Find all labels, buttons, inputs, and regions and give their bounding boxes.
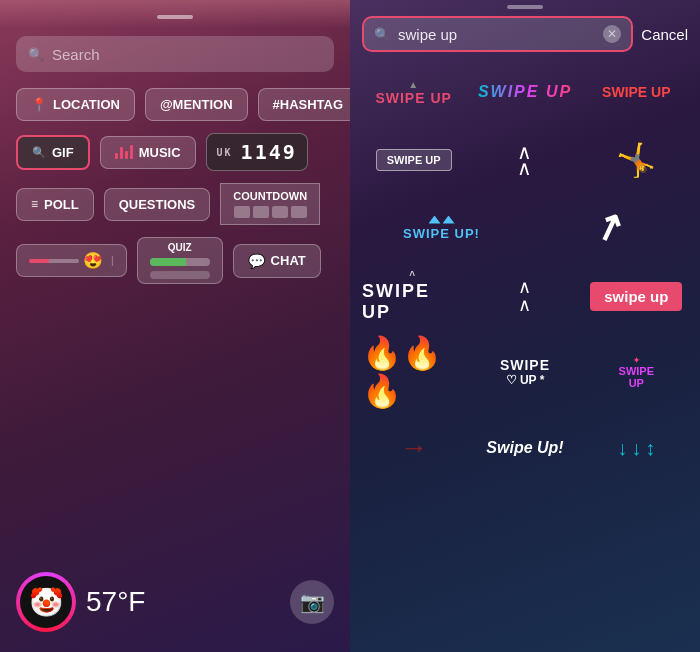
countdown-sticker[interactable]: COUNTDOWN: [220, 183, 320, 225]
time-sticker[interactable]: UK 1149: [206, 133, 308, 171]
quiz-bar-1: [150, 258, 210, 266]
swipe-up-pink-sticker[interactable]: ▲ SWIPE UP: [375, 79, 451, 106]
sticker-row-2: 🔍 GIF MUSIC UK 1149: [16, 133, 334, 171]
avatar-sticker[interactable]: 🤡: [16, 572, 76, 632]
location-dot-icon: 📍: [31, 97, 47, 112]
gif-item-arrow-right: →: [362, 418, 465, 478]
arrow-curved-sticker[interactable]: ↗: [587, 203, 630, 253]
location-sticker[interactable]: 📍 LOCATION: [16, 88, 135, 121]
swipe-small-sticker[interactable]: ✦ SWIPE UP: [619, 356, 654, 389]
gif-row-5: 🔥🔥🔥 SWIPE ♡ UP * ✦ SWIPE UP: [362, 334, 688, 410]
right-top-bar: [350, 0, 700, 10]
poll-sticker[interactable]: ≡ POLL: [16, 188, 94, 221]
gif-item-swipe-blue: SWIPE UP!: [362, 198, 521, 258]
left-top-bar: [0, 0, 350, 28]
music-bars-icon: [115, 145, 133, 159]
gif-item-fire: 🔥🔥🔥: [362, 334, 465, 410]
gif-row-6: → Swipe Up! ↓ ↓ ↕: [362, 418, 688, 478]
mention-sticker[interactable]: @MENTION: [145, 88, 248, 121]
right-search-row: 🔍 swipe up ✕ Cancel: [350, 10, 700, 58]
right-search-bar[interactable]: 🔍 swipe up ✕: [362, 16, 633, 52]
figure-sticker[interactable]: 🤸: [616, 141, 656, 179]
swipe-blue-sticker[interactable]: SWIPE UP!: [403, 216, 480, 241]
gif-item-swipe-pink: ▲ SWIPE UP: [362, 62, 465, 122]
search-placeholder: Search: [52, 46, 100, 63]
swipe-red-bg-sticker[interactable]: swipe up: [590, 282, 682, 311]
left-search-bar[interactable]: 🔍 Search: [16, 36, 334, 72]
gif-item-swipe-cursive: Swipe Up!: [473, 418, 576, 478]
swipe-teal-sticker[interactable]: ↓ ↓ ↕: [617, 437, 655, 460]
cancel-button[interactable]: Cancel: [641, 26, 688, 43]
left-top-handle: [157, 15, 193, 19]
emoji-slider-bar: [29, 259, 79, 263]
gif-sticker[interactable]: 🔍 GIF: [16, 135, 90, 170]
gif-item-swipe-small: ✦ SWIPE UP: [585, 342, 688, 402]
sticker-grid: 📍 LOCATION @MENTION #HASHTAG 🔍 GIF: [0, 80, 350, 292]
gif-item-swipe-chevron: ∧ ∧: [473, 266, 576, 326]
questions-sticker[interactable]: QUESTIONS: [104, 188, 211, 221]
temperature-display: 57°F: [86, 586, 145, 618]
gif-row-4: ^ SWIPE UP ∧ ∧ swipe up: [362, 266, 688, 326]
time-unit: UK: [217, 147, 233, 158]
search-icon: 🔍: [28, 47, 44, 62]
swipe-large-sticker[interactable]: ^ SWIPE UP: [362, 270, 465, 323]
swipe-up-red-sticker[interactable]: SWIPE UP: [602, 84, 670, 100]
gif-results: ▲ SWIPE UP SWIPE UP SWIPE UP SWIPE UP ∧: [350, 58, 700, 650]
sticker-row-1: 📍 LOCATION @MENTION #HASHTAG: [16, 88, 334, 121]
clear-search-button[interactable]: ✕: [603, 25, 621, 43]
hashtag-sticker[interactable]: #HASHTAG: [258, 88, 350, 121]
swipe-up-gradient-sticker[interactable]: SWIPE UP: [478, 83, 572, 101]
arrow-right-sticker[interactable]: →: [400, 432, 428, 464]
gif-item-chevron: ∧ ∧: [473, 130, 576, 190]
chevron-sticker[interactable]: ∧ ∧: [517, 144, 532, 176]
gif-item-swipe-teal: ↓ ↓ ↕: [585, 418, 688, 478]
avatar-inner: 🤡: [20, 576, 72, 628]
gif-item-swipe-gradient: SWIPE UP: [473, 62, 576, 122]
right-panel: 🔍 swipe up ✕ Cancel ▲ SWIPE UP SWIPE UP …: [350, 0, 700, 652]
camera-button[interactable]: 📷: [290, 580, 334, 624]
sticker-row-4: 😍 | QUIZ 💬 CHAT: [16, 237, 334, 284]
gif-row-2: SWIPE UP ∧ ∧ 🤸: [362, 130, 688, 190]
right-search-value: swipe up: [398, 26, 457, 43]
gif-item-swipe-red: SWIPE UP: [585, 62, 688, 122]
poll-icon: ≡: [31, 197, 38, 211]
right-top-handle: [507, 5, 543, 9]
left-bottom: 🤡 57°F 📷: [16, 572, 334, 632]
gif-item-swipe-large: ^ SWIPE UP: [362, 266, 465, 326]
gif-item-arrow-curved: ↗: [529, 198, 688, 258]
countdown-squares: [234, 206, 307, 218]
chat-sticker[interactable]: 💬 CHAT: [233, 244, 321, 278]
search-bar-container: 🔍 Search: [0, 28, 350, 80]
quiz-bar-2: [150, 271, 210, 279]
gif-item-figure: 🤸: [585, 130, 688, 190]
fire-sticker[interactable]: 🔥🔥🔥: [362, 334, 465, 410]
sticker-row-3: ≡ POLL QUESTIONS COUNTDOWN: [16, 183, 334, 225]
chat-icon: 💬: [248, 253, 265, 269]
gif-row-3: SWIPE UP! ↗: [362, 198, 688, 258]
right-search-icon: 🔍: [374, 27, 390, 42]
line-icon: |: [111, 255, 114, 266]
gif-item-swipe-heart: SWIPE ♡ UP *: [473, 342, 576, 402]
avatar-emoji: 🤡: [29, 586, 64, 619]
emoji-icon: 😍: [83, 251, 103, 270]
camera-icon: 📷: [300, 590, 325, 614]
quiz-sticker[interactable]: QUIZ: [137, 237, 223, 284]
gif-item-swipe-box: SWIPE UP: [362, 130, 465, 190]
emoji-slider-sticker[interactable]: 😍 |: [16, 244, 127, 277]
gif-item-swipe-red-bg: swipe up: [585, 266, 688, 326]
music-sticker[interactable]: MUSIC: [100, 136, 196, 169]
left-panel: 🔍 Search 📍 LOCATION @MENTION #HASHTAG 🔍 …: [0, 0, 350, 652]
swipe-cursive-sticker[interactable]: Swipe Up!: [486, 439, 563, 457]
double-chevron-sticker[interactable]: ∧ ∧: [518, 278, 531, 314]
gif-row-1: ▲ SWIPE UP SWIPE UP SWIPE UP: [362, 62, 688, 122]
search-gif-icon: 🔍: [32, 146, 46, 159]
swipe-heart-sticker[interactable]: SWIPE ♡ UP *: [500, 357, 550, 387]
swipe-box-sticker[interactable]: SWIPE UP: [376, 149, 452, 171]
